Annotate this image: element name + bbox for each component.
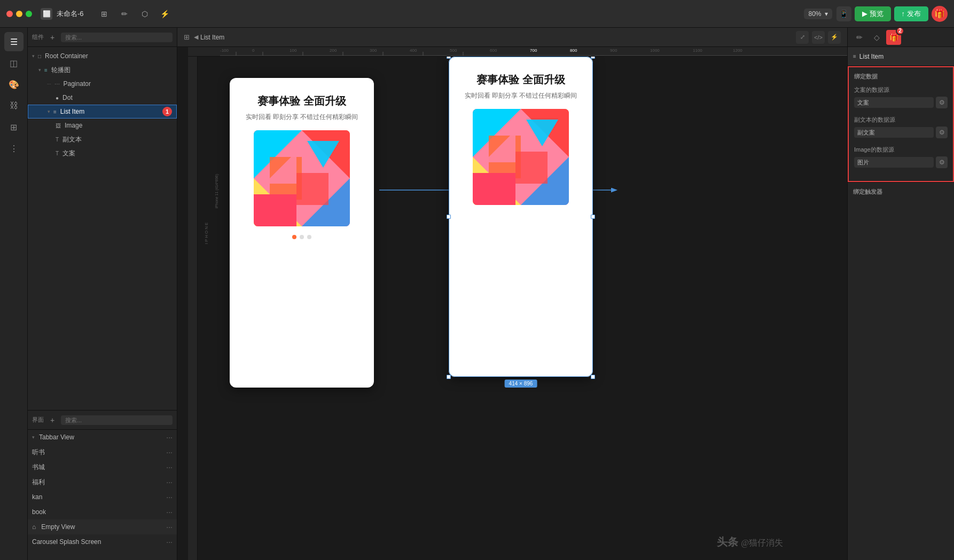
settings-button[interactable]: 🎁: [932, 6, 948, 22]
title-bar: ⬜ 未命名-6 ⊞ ✏ ⬡ ⚡ 80% ▾ 📱 ▶ 预览 ↑ 发布 🎁: [0, 0, 954, 28]
breadcrumb-list-item[interactable]: List Item: [200, 34, 224, 41]
tool-shapes[interactable]: ⬡: [137, 6, 152, 21]
lightning-button[interactable]: ⚡: [828, 31, 841, 44]
publish-button[interactable]: ↑ 发布: [894, 6, 929, 21]
right-phone-inner: 赛事体验 全面升级 实时回看 即刻分享 不错过任何精彩瞬间: [449, 57, 593, 377]
preview-button[interactable]: ▶ 预览: [855, 6, 891, 21]
close-button[interactable]: [6, 11, 13, 17]
handle-br[interactable]: [591, 375, 595, 379]
binding-select-image[interactable]: 图片 文案 副文案: [854, 157, 934, 168]
list-item-tree-icon: ≡: [53, 109, 57, 115]
layer-label: Tabbar View: [39, 433, 74, 441]
maximize-button[interactable]: [26, 11, 32, 17]
layer-kan[interactable]: kan ···: [28, 490, 177, 504]
right-phone-wrapper: 赛事体验 全面升级 实时回看 即刻分享 不错过任何精彩瞬间: [449, 57, 593, 377]
right-phone-image: [473, 109, 569, 205]
rail-more[interactable]: ⋮: [4, 139, 24, 158]
layers-label: 界面: [32, 416, 44, 424]
tree-item-label: 文案: [62, 149, 75, 158]
tree-item-label: 轮播图: [51, 66, 71, 75]
binding-action-subtext[interactable]: ⚙: [936, 127, 948, 138]
layer-label: Empty View: [41, 523, 75, 531]
layer-book[interactable]: book ···: [28, 504, 177, 519]
zoom-control[interactable]: 80% ▾: [804, 9, 832, 19]
tree-item-paginator[interactable]: ··· ⋯ Paginator: [28, 77, 177, 91]
rail-link[interactable]: ⛓: [4, 96, 24, 115]
svg-rect-28: [296, 173, 329, 205]
tree-add-button[interactable]: +: [47, 32, 58, 43]
title-tools: ⊞ ✏ ⬡ ⚡: [97, 6, 173, 21]
layers-add-button[interactable]: +: [47, 415, 58, 425]
rail-layers[interactable]: ☰: [4, 32, 24, 51]
layer-more-icon[interactable]: ···: [166, 433, 173, 441]
binding-action-copy[interactable]: ⚙: [936, 97, 948, 108]
handle-ml[interactable]: [447, 215, 451, 219]
left-phone-frame: 赛事体验 全面升级 实时回看 即刻分享 不错过任何精彩瞬间: [230, 78, 374, 388]
tree-item-image[interactable]: 🖼 Image: [28, 119, 177, 132]
rail-components[interactable]: ◫: [4, 53, 24, 73]
layer-tabbar[interactable]: ▾ Tabbar View ···: [28, 430, 177, 445]
tree-item-root[interactable]: ▾ □ Root Container: [28, 49, 177, 63]
tree-item-copy[interactable]: T 文案: [28, 146, 177, 160]
layer-empty-view[interactable]: ⌂ Empty View ···: [28, 519, 177, 534]
binding-panel: 绑定数据 文案的数据源 文案 副文案 图片 ⚙: [848, 66, 954, 182]
layer-label: kan: [32, 493, 42, 501]
layer-more-icon[interactable]: ···: [166, 538, 173, 546]
svg-text:100: 100: [290, 48, 297, 53]
left-carousel-image-svg: [254, 130, 350, 226]
rail-styles[interactable]: 🎨: [4, 75, 24, 94]
tool-pencil[interactable]: ✏: [117, 6, 132, 21]
publish-label: 发布: [907, 9, 921, 19]
tree-item-list-item[interactable]: ▾ ≡ List Item 1: [28, 105, 177, 119]
right-phone-title: 赛事体验 全面升级: [476, 73, 565, 87]
image-tree-icon: 🖼: [56, 123, 61, 129]
handle-mr[interactable]: [591, 215, 595, 219]
watermark-suffix: @猫仔消失: [741, 538, 783, 547]
tree-item-carousel[interactable]: ▾ ≡ 轮播图: [28, 63, 177, 77]
layer-more-icon[interactable]: ···: [166, 508, 173, 516]
svg-text:900: 900: [610, 48, 617, 53]
tab-pen[interactable]: ✏: [852, 30, 867, 44]
app-title: 未命名-6: [57, 9, 84, 19]
code-button[interactable]: </>: [812, 31, 825, 44]
right-panel-tabs: ✏ ◇ 🎁 2: [848, 28, 954, 47]
layer-fuli[interactable]: 福利 ···: [28, 475, 177, 490]
layer-more-icon[interactable]: ···: [166, 448, 173, 456]
binding-action-image[interactable]: ⚙: [936, 156, 948, 168]
main-layout: ☰ ◫ 🎨 ⛓ ⊞ ⋮ 组件 + ▾ □ Root Container: [0, 28, 954, 560]
tool-components[interactable]: ⊞: [97, 6, 112, 21]
layer-more-icon[interactable]: ···: [166, 493, 173, 501]
handle-tr[interactable]: [591, 57, 595, 59]
minimize-button[interactable]: [16, 11, 22, 17]
badge-2: 2: [896, 28, 904, 35]
layers-search-input[interactable]: [61, 415, 173, 425]
tree-item-label: List Item: [60, 108, 84, 115]
binding-select-subtext[interactable]: 副文案 文案 图片: [854, 127, 934, 138]
text-tree-icon2: T: [56, 151, 59, 156]
tree-item-subtext[interactable]: T 副文本: [28, 132, 177, 146]
tree-toolbar: 组件 +: [28, 28, 177, 47]
device-preview-icon[interactable]: 📱: [836, 6, 851, 21]
handle-bl[interactable]: [447, 375, 451, 379]
binding-select-copy[interactable]: 文案 副文案 图片: [854, 97, 934, 108]
handle-tl[interactable]: [447, 57, 451, 59]
layer-shucheng[interactable]: 书城 ···: [28, 460, 177, 475]
svg-text:500: 500: [450, 48, 457, 53]
layer-more-icon[interactable]: ···: [166, 523, 173, 531]
tool-arrow[interactable]: ⚡: [158, 6, 173, 21]
icon-rail: ☰ ◫ 🎨 ⛓ ⊞ ⋮: [0, 28, 28, 560]
svg-text:300: 300: [370, 48, 377, 53]
layer-carousel-splash[interactable]: Carousel Splash Screen ···: [28, 534, 177, 549]
layer-more-icon[interactable]: ···: [166, 478, 173, 486]
layer-tingshu[interactable]: 听书 ···: [28, 445, 177, 460]
tree-search-input[interactable]: [61, 33, 173, 42]
layer-more-icon[interactable]: ···: [166, 463, 173, 471]
fullscreen-button[interactable]: ⤢: [796, 31, 809, 44]
tab-data[interactable]: ◇: [869, 30, 884, 44]
rail-grid[interactable]: ⊞: [4, 117, 24, 137]
ruler-vertical: [188, 57, 198, 560]
breadcrumb-back-arrow[interactable]: ◀: [194, 34, 198, 41]
tree-item-dot[interactable]: ● Dot: [28, 91, 177, 105]
binding-label-subtext: 副文本的数据源: [854, 116, 948, 124]
layer-label: Carousel Splash Screen: [32, 538, 101, 546]
